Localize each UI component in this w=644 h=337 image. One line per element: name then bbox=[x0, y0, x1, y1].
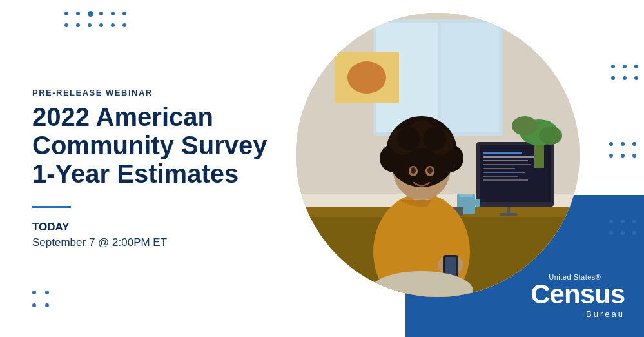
dots-right-decoration bbox=[611, 65, 641, 80]
dot bbox=[111, 23, 115, 27]
pre-release-label: PRE-RELEASE WEBINAR bbox=[32, 88, 271, 97]
svg-rect-11 bbox=[483, 160, 528, 161]
dot bbox=[609, 154, 613, 158]
dot bbox=[64, 23, 68, 27]
svg-point-24 bbox=[512, 116, 538, 136]
dot bbox=[609, 231, 613, 235]
dot bbox=[632, 220, 636, 223]
svg-point-39 bbox=[397, 127, 420, 150]
page-container: PRE-RELEASE WEBINAR 2022 American Commun… bbox=[0, 0, 644, 337]
dot bbox=[609, 220, 613, 223]
dot bbox=[634, 65, 638, 68]
svg-rect-13 bbox=[483, 168, 515, 169]
svg-rect-10 bbox=[483, 156, 534, 158]
dot bbox=[623, 65, 627, 68]
logo-bureau-text: Bureau bbox=[531, 309, 625, 319]
dots-right-mid-decoration bbox=[609, 142, 639, 158]
dot bbox=[634, 76, 638, 80]
main-title: 2022 American Community Survey 1-Year Es… bbox=[32, 103, 271, 188]
dot bbox=[76, 12, 80, 15]
svg-rect-14 bbox=[483, 172, 525, 173]
dot bbox=[64, 12, 68, 15]
svg-rect-27 bbox=[475, 199, 480, 207]
dot bbox=[32, 291, 36, 294]
left-panel: PRE-RELEASE WEBINAR 2022 American Commun… bbox=[0, 56, 297, 281]
dot bbox=[621, 142, 625, 146]
svg-point-25 bbox=[539, 127, 562, 145]
dot bbox=[621, 154, 625, 158]
dots-top-decoration bbox=[64, 12, 129, 30]
event-date-time: September 7 @ 2:00PM ET bbox=[32, 236, 271, 249]
dot bbox=[99, 12, 103, 15]
title-line3: 1-Year Estimates bbox=[32, 159, 239, 188]
dot bbox=[88, 23, 92, 27]
right-panel: United States® Census Bureau bbox=[283, 0, 644, 337]
dot bbox=[632, 142, 636, 146]
dot bbox=[45, 291, 49, 294]
dot bbox=[32, 303, 36, 307]
svg-point-40 bbox=[423, 127, 446, 150]
dot bbox=[122, 23, 126, 27]
title-divider bbox=[32, 206, 71, 208]
dot bbox=[632, 154, 636, 158]
today-label: TODAY bbox=[32, 221, 271, 234]
dots-bottom-left-decoration bbox=[32, 291, 53, 311]
dot bbox=[611, 65, 615, 68]
svg-point-44 bbox=[427, 167, 433, 174]
svg-rect-4 bbox=[441, 23, 499, 132]
dot bbox=[76, 23, 80, 27]
dot bbox=[45, 303, 49, 307]
title-line1: 2022 American bbox=[32, 103, 213, 131]
dot bbox=[88, 11, 93, 17]
dot bbox=[623, 76, 627, 80]
logo-census-text: Census bbox=[531, 281, 625, 308]
svg-rect-15 bbox=[483, 176, 518, 177]
dot bbox=[611, 76, 615, 80]
census-bureau-logo: United States® Census Bureau bbox=[531, 273, 625, 319]
svg-rect-9 bbox=[483, 152, 522, 154]
dot bbox=[621, 220, 625, 223]
dots-right-lower-decoration bbox=[609, 220, 639, 235]
svg-point-43 bbox=[411, 167, 416, 174]
dot bbox=[99, 23, 103, 27]
dot bbox=[122, 12, 126, 15]
svg-rect-18 bbox=[500, 213, 518, 216]
title-line2: Community Survey bbox=[32, 131, 268, 159]
svg-rect-12 bbox=[483, 164, 531, 165]
dot bbox=[621, 231, 625, 235]
dot bbox=[632, 231, 636, 235]
svg-point-20 bbox=[347, 61, 386, 94]
dot bbox=[609, 142, 613, 146]
hero-photo bbox=[296, 13, 580, 297]
svg-rect-28 bbox=[459, 194, 473, 197]
dot bbox=[111, 12, 115, 15]
svg-rect-16 bbox=[483, 179, 528, 181]
